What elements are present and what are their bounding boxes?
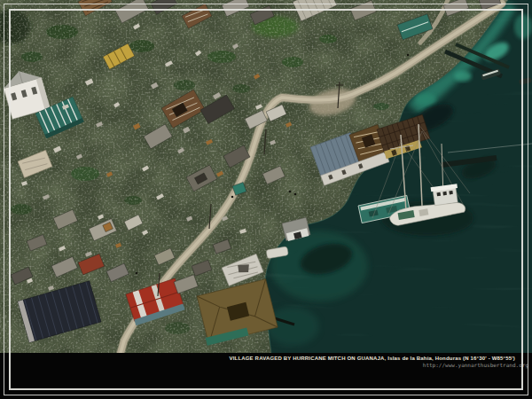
aerial-photo	[0, 0, 532, 399]
caption-bar: VILLAGE RAVAGED BY HURRICANE MITCH ON GU…	[0, 353, 532, 399]
boat-cabin	[431, 184, 460, 206]
photo-credit-url: http://www.yannarthusbertrand.org	[0, 362, 528, 368]
photo-caption: VILLAGE RAVAGED BY HURRICANE MITCH ON GU…	[0, 356, 515, 362]
photo-postcard: VILLAGE RAVAGED BY HURRICANE MITCH ON GU…	[0, 0, 532, 399]
